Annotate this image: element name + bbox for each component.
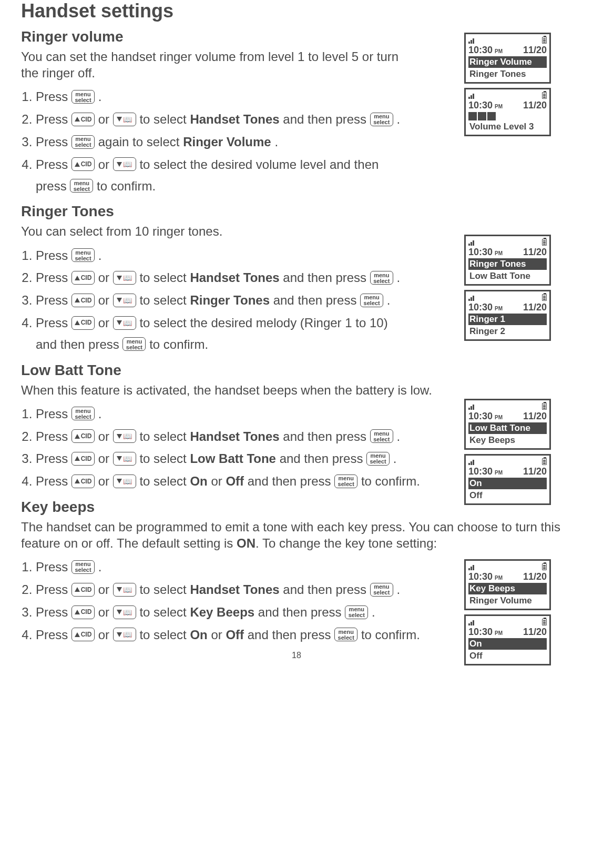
section-heading: Ringer volume: [21, 28, 410, 45]
lcd-ampm: PM: [495, 306, 503, 311]
triangle-down-icon: [117, 434, 122, 439]
triangle-up-icon: [75, 298, 80, 302]
down-book-button: 📖: [113, 316, 136, 330]
lcd-date: 11/20: [523, 247, 547, 258]
menu-select-button: menuselect: [122, 337, 146, 351]
up-cid-button: CID: [71, 316, 95, 330]
up-cid-button: CID: [71, 429, 95, 443]
down-book-button: 📖: [113, 583, 136, 597]
signal-icon: [468, 459, 474, 465]
section-intro: You can set the handset ringer volume fr…: [21, 48, 410, 81]
step: Press CID or 📖 to select Handset Tones a…: [36, 579, 431, 601]
section-intro: You can select from 10 ringer tones.: [21, 223, 410, 239]
up-cid-button: CID: [71, 113, 95, 126]
down-book-button: 📖: [113, 628, 136, 641]
menu-select-button: menuselect: [71, 135, 95, 149]
book-icon: 📖: [123, 319, 132, 327]
triangle-up-icon: [75, 320, 80, 325]
menu-select-button: menuselect: [370, 271, 393, 285]
menu-select-button: menuselect: [71, 407, 95, 420]
lcd-date: 11/20: [523, 411, 547, 422]
triangle-up-icon: [75, 632, 80, 637]
step: Press CID or 📖 to select Key Beeps and t…: [36, 602, 431, 623]
lcd-line-selected: Ringer 1: [468, 314, 547, 325]
book-icon: 📖: [123, 455, 132, 462]
step: Press CID or 📖 to select On or Off and t…: [36, 471, 431, 492]
step: Press menuselect .: [36, 245, 410, 267]
triangle-up-icon: [75, 434, 80, 439]
battery-icon: [542, 239, 547, 246]
battery-icon: [542, 563, 547, 570]
steps-list: Press menuselect . Press CID or 📖 to sel…: [21, 86, 410, 197]
book-icon: 📖: [123, 116, 132, 123]
menu-select-button: menuselect: [71, 90, 95, 104]
lcd-line: Off: [468, 650, 547, 662]
lcd-time: 10:30: [468, 571, 493, 582]
lcd-ampm: PM: [495, 104, 503, 109]
lcd-time: 10:30: [468, 45, 493, 56]
down-book-button: 📖: [113, 605, 136, 619]
lcd-ringer-tones-menu: 10:30 PM 11/20 Ringer Tones Low Batt Ton…: [464, 235, 551, 286]
lcd-line-selected: On: [468, 478, 547, 489]
signal-icon: [468, 403, 474, 410]
menu-select-button: menuselect: [334, 475, 357, 488]
up-cid-button: CID: [71, 452, 95, 466]
step: Press menuselect .: [36, 403, 431, 425]
lcd-time: 10:30: [468, 466, 493, 477]
lcd-line-selected: Ringer Volume: [468, 56, 547, 68]
up-cid-button: CID: [71, 157, 95, 171]
lcd-line: Key Beeps: [468, 435, 547, 446]
up-cid-button: CID: [71, 475, 95, 488]
book-icon: 📖: [123, 274, 132, 281]
lcd-ampm: PM: [495, 250, 503, 256]
down-book-button: 📖: [113, 157, 136, 171]
lcd-ampm: PM: [495, 470, 503, 476]
lcd-ampm: PM: [495, 415, 503, 420]
lcd-date: 11/20: [523, 627, 547, 638]
lcd-line: Volume Level 3: [468, 121, 547, 133]
step: Press CID or 📖 to select Handset Tones a…: [36, 109, 410, 130]
volume-blocks-icon: [468, 112, 547, 120]
triangle-down-icon: [117, 320, 122, 325]
book-icon: 📖: [123, 586, 132, 593]
signal-icon: [468, 295, 474, 301]
lcd-line: Ringer Tones: [468, 68, 547, 80]
lcd-line-selected: Ringer Tones: [468, 258, 547, 270]
lcd-on-off: 10:30 PM 11/20 On Off: [464, 614, 551, 665]
battery-icon: [542, 294, 547, 301]
battery-icon: [542, 458, 547, 465]
book-icon: 📖: [123, 432, 132, 440]
lcd-on-off: 10:30 PM 11/20 On Off: [464, 454, 551, 505]
menu-select-button: menuselect: [334, 628, 357, 641]
signal-icon: [468, 619, 474, 625]
lcd-line: Low Batt Tone: [468, 270, 547, 282]
lcd-low-batt-menu: 10:30 PM 11/20 Low Batt Tone Key Beeps: [464, 399, 551, 450]
down-book-button: 📖: [113, 475, 136, 488]
down-book-button: 📖: [113, 452, 136, 466]
triangle-down-icon: [117, 456, 122, 461]
triangle-down-icon: [117, 162, 122, 167]
lcd-volume-level: 10:30 PM 11/20 Volume Level 3: [464, 88, 551, 136]
up-cid-button: CID: [71, 605, 95, 619]
lcd-date: 11/20: [523, 466, 547, 477]
step: Press CID or 📖 to select the desired mel…: [36, 312, 410, 356]
triangle-up-icon: [75, 162, 80, 167]
lcd-time: 10:30: [468, 247, 493, 258]
book-icon: 📖: [123, 478, 132, 485]
up-cid-button: CID: [71, 271, 95, 285]
lcd-line-selected: On: [468, 638, 547, 650]
signal-icon: [468, 239, 474, 246]
lcd-ampm: PM: [495, 630, 503, 636]
triangle-up-icon: [75, 610, 80, 614]
lcd-date: 11/20: [523, 571, 547, 582]
lcd-line: Ringer 2: [468, 326, 547, 337]
lcd-date: 11/20: [523, 45, 547, 56]
triangle-up-icon: [75, 456, 80, 461]
book-icon: 📖: [123, 160, 132, 168]
battery-icon: [542, 92, 547, 99]
lcd-date: 11/20: [523, 100, 547, 111]
triangle-down-icon: [117, 587, 122, 592]
book-icon: 📖: [123, 297, 132, 304]
steps-list: Press menuselect . Press CID or 📖 to sel…: [21, 245, 410, 356]
battery-icon: [542, 619, 547, 625]
